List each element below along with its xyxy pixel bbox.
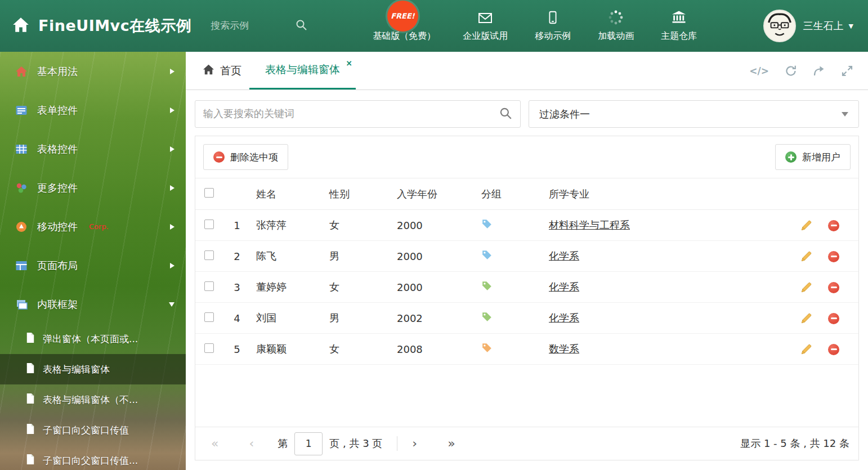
edit-pencil-icon[interactable] [800, 250, 812, 262]
row-checkbox[interactable] [204, 312, 214, 322]
close-icon[interactable]: × [346, 59, 352, 67]
cell-name: 张萍萍 [249, 210, 323, 241]
last-page-button[interactable]: » [448, 437, 455, 450]
sidebar-subitem-child-to-parent[interactable]: 子窗口向父窗口传值 [0, 415, 186, 445]
next-page-button[interactable]: › [412, 437, 417, 450]
share-icon[interactable] [813, 65, 825, 77]
nav-item-theme-repo[interactable]: 主题仓库 [661, 10, 697, 42]
chevron-right-icon [170, 224, 175, 230]
delete-row-icon[interactable] [828, 313, 839, 324]
filter-dropdown[interactable]: 过滤条件一 [529, 100, 859, 128]
sidebar-item-mobile-controls[interactable]: 移动控件 Corp. [0, 207, 186, 246]
delete-row-icon[interactable] [828, 220, 839, 231]
nav-item-loading-animation[interactable]: 加载动画 [598, 10, 634, 42]
sidebar-item-basic-usage[interactable]: 基本用法 [0, 52, 186, 91]
grid-panel: 删除选中项 新增用户 姓名 性别 入学年份 [195, 136, 859, 460]
major-link[interactable]: 数学系 [549, 343, 579, 355]
search-icon[interactable] [295, 19, 307, 33]
row-index: 2 [225, 241, 249, 272]
edit-pencil-icon[interactable] [800, 281, 812, 293]
column-header-major: 所学专业 [542, 178, 785, 210]
file-icon [26, 423, 35, 437]
nav-item-enterprise-trial[interactable]: 企业版试用 [463, 10, 508, 42]
corp-badge: Corp. [89, 222, 109, 231]
mail-icon [477, 10, 493, 25]
keyword-search-input[interactable] [203, 108, 499, 120]
nav-item-label: 基础版（免费） [373, 30, 436, 42]
row-checkbox[interactable] [204, 220, 214, 229]
add-user-button[interactable]: 新增用户 [775, 144, 851, 170]
sidebar-item-form-controls[interactable]: 表单控件 [0, 91, 186, 129]
user-menu[interactable]: 三生石上 ▼ [763, 10, 868, 42]
row-checkbox[interactable] [204, 250, 214, 260]
edit-pencil-icon[interactable] [800, 312, 812, 324]
sidebar-item-more-controls[interactable]: 更多控件 [0, 168, 186, 207]
major-link[interactable]: 化学系 [549, 312, 579, 324]
delete-selected-button[interactable]: 删除选中项 [203, 144, 288, 170]
sidebar-item-iframe[interactable]: 内联框架 [0, 285, 186, 324]
table-row[interactable]: 5 康颖颖 女 2008 数学系 [195, 334, 858, 365]
row-index: 3 [225, 272, 249, 303]
table-header-row: 姓名 性别 入学年份 分组 所学专业 [195, 178, 858, 210]
header-search [211, 19, 317, 33]
pagination-bar: « ‹ 第 页 , 共 3 页 › » 显示 1 - 5 条 , 共 12 条 [195, 427, 858, 460]
nav-item-label: 加载动画 [598, 30, 634, 42]
delete-row-icon[interactable] [828, 251, 839, 262]
sidebar-subitem-grid-edit-window-alt[interactable]: 表格与编辑窗体（不... [0, 384, 186, 415]
avatar[interactable] [763, 10, 796, 42]
table-row[interactable]: 4 刘国 男 2002 化学系 [195, 303, 858, 334]
pager-divider [397, 436, 397, 451]
major-link[interactable]: 化学系 [549, 281, 579, 293]
table-row[interactable]: 3 董婷婷 女 2000 化学系 [195, 272, 858, 303]
sidebar-item-label: 基本用法 [37, 65, 78, 78]
sidebar-subitem-label: 弹出窗体（本页面或... [43, 333, 138, 346]
edit-pencil-icon[interactable] [800, 343, 812, 355]
page-number-input[interactable] [294, 432, 323, 455]
sidebar-item-label: 更多控件 [37, 181, 78, 195]
prev-page-button[interactable]: ‹ [249, 437, 254, 450]
header-search-input[interactable] [211, 20, 295, 32]
row-checkbox[interactable] [204, 343, 214, 353]
source-code-icon[interactable]: </> [749, 65, 769, 77]
form-icon [15, 104, 28, 117]
row-index: 1 [225, 210, 249, 241]
sidebar-subitem-popup-window[interactable]: 弹出窗体（本页面或... [0, 324, 186, 354]
major-link[interactable]: 化学系 [549, 250, 579, 262]
chevron-right-icon [170, 263, 175, 268]
first-page-button[interactable]: « [211, 437, 218, 450]
file-icon [26, 362, 35, 376]
nav-item-mobile-demo[interactable]: 移动示例 [535, 10, 571, 42]
edit-pencil-icon[interactable] [800, 220, 812, 231]
search-icon[interactable] [499, 106, 512, 122]
select-all-checkbox[interactable] [204, 188, 214, 198]
tag-icon [481, 218, 493, 230]
tab-home[interactable]: 首页 [195, 52, 249, 89]
cell-gender: 男 [323, 303, 390, 334]
sidebar-subitem-child-to-parent-alt[interactable]: 子窗口向父窗口传值... [0, 445, 186, 470]
sidebar-item-label: 表单控件 [37, 104, 78, 117]
row-checkbox[interactable] [204, 281, 214, 291]
home-icon[interactable] [12, 17, 29, 35]
sidebar-item-label: 内联框架 [37, 298, 78, 311]
plus-circle-icon [785, 151, 797, 163]
cell-year: 2000 [390, 272, 475, 303]
nav-item-label: 企业版试用 [463, 30, 508, 42]
button-label: 新增用户 [802, 151, 840, 164]
brand: FineUIMvc在线示例 [0, 16, 191, 36]
free-badge: FREE! [387, 1, 418, 32]
sidebar-item-grid-controls[interactable]: 表格控件 [0, 129, 186, 168]
sidebar-subitem-grid-edit-window[interactable]: 表格与编辑窗体 [0, 354, 186, 384]
tab-grid-edit-window[interactable]: 表格与编辑窗体 × [249, 52, 356, 89]
major-link[interactable]: 材料科学与工程系 [549, 219, 630, 231]
table-row[interactable]: 2 陈飞 男 2000 化学系 [195, 241, 858, 272]
delete-row-icon[interactable] [828, 344, 839, 355]
table-row[interactable]: 1 张萍萍 女 2000 材料科学与工程系 [195, 210, 858, 241]
delete-row-icon[interactable] [828, 282, 839, 293]
sidebar-item-page-layout[interactable]: 页面布局 [0, 246, 186, 285]
refresh-icon[interactable] [785, 65, 797, 77]
filter-row: 过滤条件一 [186, 90, 868, 136]
sidebar-item-label: 移动控件 [37, 220, 78, 234]
chevron-down-icon [169, 302, 175, 307]
expand-icon[interactable] [841, 65, 853, 77]
mobile-badge-icon [15, 220, 28, 234]
